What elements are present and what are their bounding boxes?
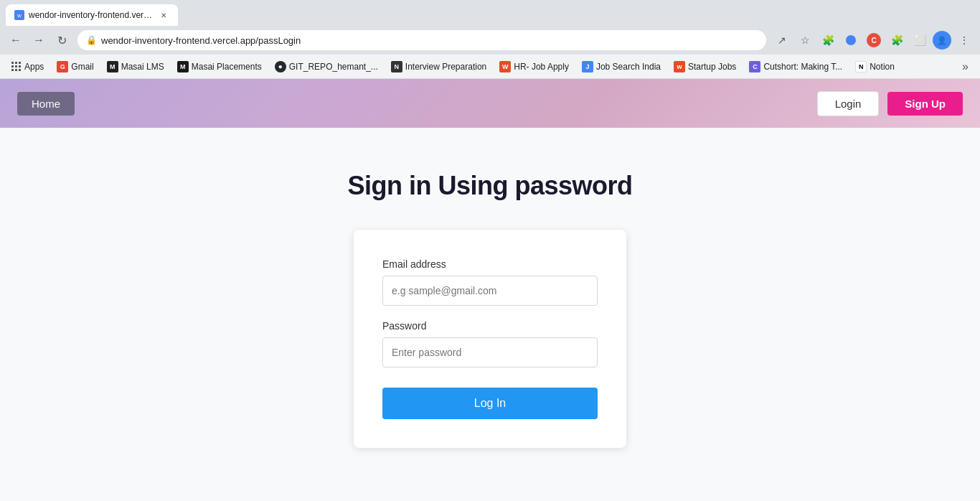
tab-favicon: w (14, 10, 24, 20)
browser-top-bar: ← → ↻ 🔒 wendor-inventory-frontend.vercel… (0, 26, 980, 55)
bookmark-startup-jobs[interactable]: w Startup Jobs (668, 58, 742, 75)
c-extension-button[interactable]: C (864, 30, 884, 50)
email-label: Email address (382, 258, 598, 270)
masai-lms-favicon: M (107, 61, 118, 72)
hr-favicon: W (499, 61, 511, 72)
page-wrapper: Home Login Sign Up Sign in Using passwor… (0, 79, 980, 501)
git-repo-label: GIT_REPO_hemant_... (289, 62, 378, 72)
more-bookmarks-button[interactable]: » (956, 57, 974, 76)
cutshort-label: Cutshort: Making T... (763, 62, 842, 72)
extensions-button[interactable]: 🧩 (818, 30, 838, 50)
main-content: Sign in Using password Email address Pas… (0, 128, 980, 501)
tab-title: wendor-inventory-frontend.vercel.app/pas… (29, 10, 154, 20)
login-button[interactable]: Login (817, 91, 880, 116)
google-button[interactable] (841, 30, 861, 50)
cutshort-favicon: C (749, 61, 760, 72)
git-favicon: ● (275, 61, 286, 72)
masai-lms-label: Masai LMS (121, 62, 164, 72)
browser-chrome: w wendor-inventory-frontend.vercel.app/p… (0, 0, 980, 79)
apps-label: Apps (24, 62, 44, 72)
nav-buttons: ← → ↻ (6, 30, 72, 50)
job-favicon: J (582, 61, 593, 72)
bookmark-hr-job[interactable]: W HR- Job Apply (494, 58, 575, 75)
svg-point-0 (846, 35, 856, 45)
password-label: Password (382, 320, 598, 332)
notion-label: Notion (870, 62, 895, 72)
bookmark-git-repo[interactable]: ● GIT_REPO_hemant_... (269, 58, 384, 75)
bookmark-job-search[interactable]: J Job Search India (576, 58, 666, 75)
active-tab[interactable]: w wendor-inventory-frontend.vercel.app/p… (6, 4, 178, 26)
bookmark-cutshort[interactable]: C Cutshort: Making T... (743, 58, 848, 75)
password-form-group: Password (382, 320, 598, 367)
gmail-favicon: G (57, 61, 68, 72)
profile-avatar[interactable]: 👤 (933, 31, 951, 50)
bookmark-notion[interactable]: N Notion (849, 58, 900, 75)
bookmark-apps[interactable]: Apps (6, 59, 50, 75)
window-button[interactable]: ⬜ (910, 30, 930, 50)
bookmark-button[interactable]: ☆ (795, 30, 815, 50)
app-navbar: Home Login Sign Up (0, 79, 980, 128)
forward-button[interactable]: → (29, 30, 49, 50)
notion-favicon: N (855, 61, 867, 72)
bookmark-gmail[interactable]: G Gmail (51, 58, 99, 75)
reload-button[interactable]: ↻ (52, 30, 72, 50)
job-search-label: Job Search India (596, 62, 661, 72)
startup-favicon: w (674, 61, 685, 72)
tab-bar: w wendor-inventory-frontend.vercel.app/p… (0, 0, 980, 26)
hr-job-label: HR- Job Apply (514, 62, 569, 72)
browser-actions: ↗ ☆ 🧩 C 🧩 ⬜ 👤 ⋮ (772, 30, 974, 50)
bookmark-masai-lms[interactable]: M Masai LMS (101, 58, 170, 75)
gmail-label: Gmail (71, 62, 93, 72)
share-button[interactable]: ↗ (772, 30, 792, 50)
masai-placements-favicon: M (177, 61, 189, 72)
page-title: Sign in Using password (347, 171, 632, 201)
tab-close-button[interactable]: ✕ (158, 9, 169, 21)
login-submit-button[interactable]: Log In (382, 388, 598, 419)
email-form-group: Email address (382, 258, 598, 306)
bookmarks-bar: Apps G Gmail M Masai LMS M Masai Placeme… (0, 55, 980, 79)
startup-jobs-label: Startup Jobs (688, 62, 736, 72)
apps-grid-icon (11, 62, 22, 72)
puzzle-button[interactable]: 🧩 (887, 30, 907, 50)
interview-favicon: N (391, 61, 402, 72)
back-button[interactable]: ← (6, 30, 26, 50)
address-bar-container[interactable]: 🔒 wendor-inventory-frontend.vercel.app/p… (77, 30, 766, 50)
navbar-right: Login Sign Up (817, 91, 963, 116)
signup-button[interactable]: Sign Up (887, 92, 963, 116)
home-button[interactable]: Home (17, 92, 75, 116)
password-input[interactable] (382, 337, 598, 367)
masai-placements-label: Masai Placements (192, 62, 262, 72)
bookmark-masai-placements[interactable]: M Masai Placements (171, 58, 268, 75)
email-input[interactable] (382, 276, 598, 306)
interview-prep-label: Interview Preparation (405, 62, 486, 72)
address-bar-url: wendor-inventory-frontend.vercel.app/pas… (101, 35, 758, 46)
menu-button[interactable]: ⋮ (954, 30, 974, 50)
login-card: Email address Password Log In (354, 230, 626, 448)
bookmark-interview-prep[interactable]: N Interview Preparation (385, 58, 492, 75)
lock-icon: 🔒 (86, 35, 97, 45)
